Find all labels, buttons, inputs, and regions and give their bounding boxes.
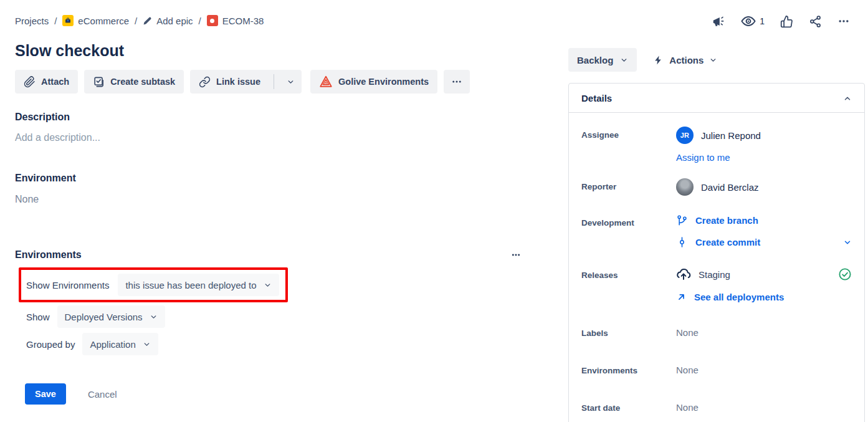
description-placeholder[interactable]: Add a description... — [15, 132, 521, 143]
highlighted-region: Show Environments this issue has been de… — [19, 267, 288, 302]
bug-icon — [207, 15, 218, 26]
development-expand-button[interactable] — [843, 238, 852, 247]
reporter-value[interactable]: David Berclaz — [676, 178, 852, 196]
assign-to-me-link[interactable]: Assign to me — [676, 152, 730, 163]
start-date-label: Start date — [581, 400, 676, 413]
reporter-avatar — [676, 178, 694, 196]
actions-dropdown[interactable]: Actions — [653, 55, 717, 65]
environment-value[interactable]: None — [15, 194, 521, 205]
share-icon — [809, 15, 822, 28]
grouped-by-dropdown[interactable]: Application — [82, 333, 158, 355]
ellipsis-icon — [511, 250, 521, 260]
breadcrumb-issue[interactable]: ECOM-38 — [207, 15, 264, 26]
chevron-up-icon — [843, 94, 852, 103]
create-branch-link[interactable]: Create branch — [695, 215, 758, 226]
releases-label: Releases — [581, 267, 676, 302]
toolbar-more-button[interactable] — [444, 70, 470, 94]
development-field: Development Create branch — [581, 214, 852, 248]
breadcrumb-projects[interactable]: Projects — [15, 16, 49, 26]
feedback-button[interactable] — [712, 14, 725, 28]
show-value: Deployed Versions — [65, 312, 143, 322]
environments-value[interactable]: None — [676, 362, 852, 375]
attach-label: Attach — [41, 77, 69, 87]
attach-button[interactable]: Attach — [15, 70, 78, 94]
chevron-down-icon — [150, 313, 158, 321]
assignee-label: Assignee — [581, 127, 676, 163]
status-label: Backlog — [577, 55, 613, 65]
chevron-down-icon — [264, 281, 272, 289]
split-divider — [274, 74, 274, 89]
link-issue-label: Link issue — [216, 77, 260, 87]
subtask-icon — [93, 76, 105, 88]
git-commit-icon — [676, 236, 688, 248]
link-issue-chevron-button[interactable] — [280, 70, 302, 94]
description-heading: Description — [15, 112, 521, 123]
see-all-deployments-link[interactable]: See all deployments — [694, 292, 784, 302]
chevron-down-icon — [143, 340, 151, 348]
ellipsis-icon — [837, 15, 850, 27]
details-collapse-button[interactable] — [843, 94, 852, 103]
releases-field: Releases Staging — [581, 267, 852, 302]
environments-label: Environments — [581, 362, 676, 375]
breadcrumb-project-label: eCommerce — [78, 16, 129, 26]
page-title: Slow checkout — [15, 41, 521, 60]
labels-field: Labels None — [581, 325, 852, 338]
actions-label: Actions — [669, 55, 703, 65]
golive-environments-label: Golive Environments — [338, 77, 429, 87]
share-button[interactable] — [809, 15, 822, 28]
create-commit-link[interactable]: Create commit — [695, 237, 760, 247]
issue-sidebar: 1 — [568, 0, 865, 422]
like-button[interactable] — [780, 15, 793, 28]
chevron-down-icon — [843, 238, 852, 247]
header-actions: 1 — [568, 14, 865, 29]
show-label: Show — [26, 312, 50, 322]
details-panel: Details Assignee JR Julien Repond Assign — [568, 83, 865, 422]
grouped-by-value: Application — [90, 339, 135, 350]
assignee-name: Julien Repond — [701, 130, 761, 141]
environments-field: Environments None — [581, 362, 852, 375]
breadcrumb-issue-key: ECOM-38 — [222, 16, 264, 26]
project-icon — [62, 15, 74, 26]
link-issue-button[interactable]: Link issue — [190, 70, 268, 94]
check-circle-icon — [838, 267, 852, 281]
issue-toolbar: Attach Create subtask Link — [15, 70, 521, 94]
environments-more-button[interactable] — [511, 250, 521, 260]
development-label: Development — [581, 214, 676, 248]
more-actions-button[interactable] — [837, 15, 850, 27]
assignee-value[interactable]: JR Julien Repond — [676, 127, 852, 144]
show-dropdown[interactable]: Deployed Versions — [57, 305, 165, 328]
breadcrumb-project[interactable]: eCommerce — [62, 15, 129, 26]
reporter-label: Reporter — [581, 178, 676, 196]
paperclip-icon — [24, 76, 36, 88]
lightning-icon — [653, 55, 664, 65]
cloud-upload-icon — [676, 267, 691, 282]
reporter-field: Reporter David Berclaz — [581, 178, 852, 196]
thumbs-up-icon — [780, 15, 793, 28]
arrow-up-right-icon — [676, 292, 687, 302]
breadcrumb-epic-label: Add epic — [156, 16, 193, 26]
status-dropdown[interactable]: Backlog — [568, 48, 637, 72]
deployment-status — [838, 267, 852, 281]
release-environment-name[interactable]: Staging — [699, 269, 730, 280]
chevron-down-icon — [287, 78, 295, 86]
watch-button[interactable]: 1 — [741, 14, 765, 29]
labels-value[interactable]: None — [676, 325, 852, 338]
cancel-button[interactable]: Cancel — [88, 389, 117, 400]
assignee-avatar: JR — [676, 127, 694, 144]
start-date-value[interactable]: None — [676, 400, 852, 413]
golive-environments-button[interactable]: Golive Environments — [310, 70, 437, 94]
environment-heading: Environment — [15, 173, 521, 184]
create-subtask-button[interactable]: Create subtask — [84, 70, 184, 94]
breadcrumb-epic[interactable]: Add epic — [143, 16, 193, 26]
assignee-field: Assignee JR Julien Repond Assign to me — [581, 127, 852, 163]
save-button[interactable]: Save — [25, 383, 66, 405]
pencil-icon — [143, 16, 152, 26]
grouped-by-label: Grouped by — [26, 339, 75, 350]
ellipsis-icon — [451, 76, 462, 87]
start-date-field: Start date None — [581, 400, 852, 413]
reporter-name: David Berclaz — [701, 182, 759, 193]
golive-triangle-icon — [319, 75, 333, 89]
eye-icon — [741, 14, 756, 29]
labels-label: Labels — [581, 325, 676, 338]
show-environments-dropdown[interactable]: this issue has been deployed to — [118, 274, 279, 296]
